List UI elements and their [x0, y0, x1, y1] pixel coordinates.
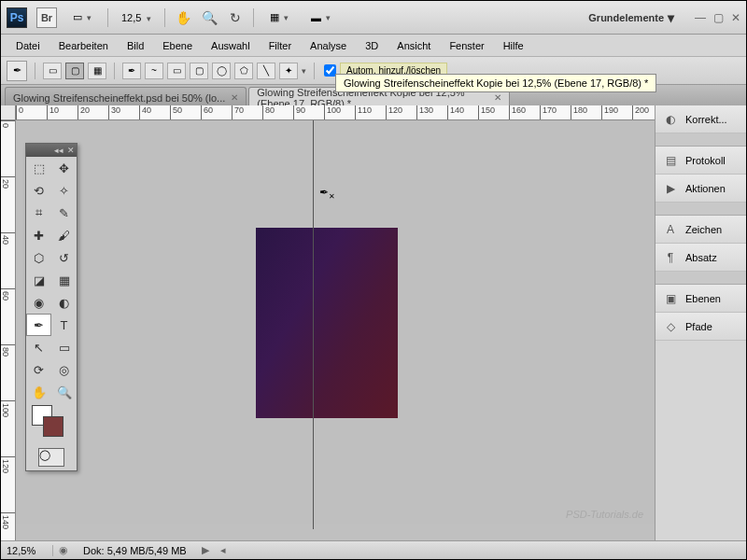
panel-zeichen[interactable]: AZeichen: [655, 216, 746, 244]
workspace-selector[interactable]: Grundelemente ▾: [588, 10, 674, 25]
menu-analyse[interactable]: Analyse: [301, 37, 356, 54]
opt-rect[interactable]: ▭: [167, 63, 186, 79]
zoom-level[interactable]: 12,5: [118, 10, 155, 24]
ruler-tick: 200: [632, 105, 649, 120]
ruler-tick: 100: [324, 105, 341, 120]
menu-bearbeiten[interactable]: Bearbeiten: [49, 37, 118, 54]
shape-layer-mode[interactable]: ▭: [43, 63, 62, 79]
tab-label: Glowing Streifenscheineffekt.psd bei 50%…: [13, 92, 225, 104]
arrange-dropdown[interactable]: ▦: [263, 8, 295, 26]
panel-korrekturen[interactable]: ◐Korrekt...: [655, 105, 746, 133]
lasso-tool[interactable]: ⟲: [26, 179, 51, 202]
palette-header[interactable]: ◂◂ ✕: [26, 144, 77, 157]
close-button[interactable]: ✕: [731, 11, 740, 24]
status-toggle-icon[interactable]: ◉: [53, 544, 74, 556]
3d-orbit-tool[interactable]: ◎: [51, 358, 77, 381]
fill-pixels-mode[interactable]: ▦: [88, 63, 106, 79]
menu-ebene[interactable]: Ebene: [153, 37, 202, 54]
menu-bild[interactable]: Bild: [118, 37, 153, 54]
opt-freeform-pen[interactable]: ~: [145, 63, 163, 79]
vertical-guide[interactable]: [313, 120, 314, 529]
eraser-tool[interactable]: ◪: [26, 269, 51, 291]
status-document-info[interactable]: Dok: 5,49 MB/5,49 MB: [74, 545, 196, 556]
blur-tool[interactable]: ◉: [26, 291, 51, 314]
healing-brush-tool[interactable]: ✚: [26, 224, 51, 246]
magic-wand-tool[interactable]: ✧: [51, 179, 77, 202]
crop-tool[interactable]: ⌗: [26, 202, 51, 224]
current-tool-icon[interactable]: ✒: [7, 61, 27, 81]
background-color[interactable]: [43, 416, 63, 437]
ruler-vertical[interactable]: 020406080100120140: [1, 120, 16, 540]
menu-filter[interactable]: Filter: [260, 37, 301, 54]
history-brush-tool[interactable]: ↺: [51, 246, 77, 269]
ruler-tick: 40: [1, 232, 16, 245]
ruler-tick: 170: [540, 105, 557, 120]
hand-tool[interactable]: ✋: [26, 381, 51, 403]
document-tooltip: Glowing Streifenscheineffekt Kopie bei 1…: [335, 74, 656, 92]
minimize-button[interactable]: —: [695, 11, 706, 24]
eyedropper-tool[interactable]: ✎: [51, 202, 77, 224]
scroll-left-icon[interactable]: ◂: [215, 544, 232, 556]
app-logo[interactable]: Ps: [7, 7, 27, 28]
panel-ebenen[interactable]: ▣Ebenen: [655, 285, 746, 313]
layout-dropdown[interactable]: ▭: [66, 8, 98, 26]
clone-stamp-tool[interactable]: ⬡: [26, 246, 51, 269]
color-swatches[interactable]: [26, 403, 77, 444]
tab-close-icon[interactable]: ✕: [494, 92, 501, 103]
ruler-horizontal[interactable]: 0102030405060708090100110120130140150160…: [16, 105, 746, 120]
zoom-tool-shortcut[interactable]: 🔍: [201, 9, 218, 26]
brush-tool[interactable]: 🖌: [51, 224, 77, 246]
menu-3d[interactable]: 3D: [356, 37, 388, 54]
ruler-tick: 120: [1, 456, 16, 473]
ruler-tick: 160: [509, 105, 526, 120]
paths-mode[interactable]: ▢: [65, 63, 84, 79]
panel-pfade[interactable]: ◇Pfade: [655, 313, 746, 341]
path-selection-tool[interactable]: ↖: [26, 336, 51, 358]
marquee-tool[interactable]: ⬚: [26, 157, 51, 179]
shape-tool[interactable]: ▭: [51, 336, 77, 358]
ruler-tick: 20: [1, 176, 16, 189]
panel-aktionen[interactable]: ▶Aktionen: [655, 175, 746, 203]
opt-round-rect[interactable]: ▢: [190, 63, 208, 79]
bridge-button[interactable]: Br: [36, 7, 57, 28]
document-tab[interactable]: Glowing Streifenscheineffekt.psd bei 50%…: [5, 87, 247, 105]
hand-tool-shortcut[interactable]: ✋: [175, 9, 191, 26]
rotate-view-shortcut[interactable]: ↻: [227, 9, 244, 26]
palette-close-icon[interactable]: ✕: [67, 146, 75, 155]
opt-ellipse[interactable]: ◯: [212, 63, 231, 79]
menu-hilfe[interactable]: Hilfe: [494, 37, 533, 54]
menu-fenster[interactable]: Fenster: [440, 37, 493, 54]
menu-bar: Datei Bearbeiten Bild Ebene Auswahl Filt…: [1, 35, 746, 57]
opt-custom-shape[interactable]: ✦: [279, 63, 298, 79]
gradient-tool[interactable]: ▦: [51, 269, 77, 291]
character-icon: A: [663, 222, 678, 237]
panel-protokoll[interactable]: ▤Protokoll: [655, 147, 746, 175]
move-tool[interactable]: ✥: [51, 157, 77, 179]
menu-datei[interactable]: Datei: [7, 37, 49, 54]
menu-ansicht[interactable]: Ansicht: [388, 37, 440, 54]
tools-palette[interactable]: ◂◂ ✕ ⬚ ✥ ⟲ ✧ ⌗ ✎ ✚ 🖌 ⬡ ↺ ◪ ▦ ◉: [25, 143, 78, 471]
ruler-origin[interactable]: [1, 105, 16, 120]
menu-auswahl[interactable]: Auswahl: [202, 37, 260, 54]
zoom-tool[interactable]: 🔍: [51, 381, 77, 403]
opt-pen-tool[interactable]: ✒: [122, 63, 141, 79]
dodge-tool[interactable]: ◐: [51, 291, 77, 314]
panel-absatz[interactable]: ¶Absatz: [655, 244, 746, 272]
adjustments-icon: ◐: [663, 112, 678, 127]
3d-rotate-tool[interactable]: ⟳: [26, 358, 51, 381]
opt-line[interactable]: ╲: [257, 63, 275, 79]
screen-mode-dropdown[interactable]: ▬: [304, 9, 337, 26]
status-menu-icon[interactable]: ▶: [196, 544, 215, 556]
ruler-tick: 110: [355, 105, 372, 120]
palette-collapse-icon[interactable]: ◂◂: [54, 146, 63, 155]
canvas-stage[interactable]: ✒✕ PSD-Tutorials.de: [16, 120, 746, 540]
ruler-tick: 70: [232, 105, 244, 120]
pen-tool[interactable]: ✒: [26, 314, 51, 336]
status-zoom[interactable]: 12,5%: [1, 545, 53, 556]
type-tool[interactable]: T: [51, 314, 77, 336]
maximize-button[interactable]: ▢: [713, 11, 724, 24]
quick-mask-toggle[interactable]: ◯: [26, 444, 77, 470]
tab-close-icon[interactable]: ✕: [231, 92, 238, 103]
opt-polygon[interactable]: ⬠: [234, 63, 253, 79]
ruler-tick: 20: [78, 105, 90, 120]
